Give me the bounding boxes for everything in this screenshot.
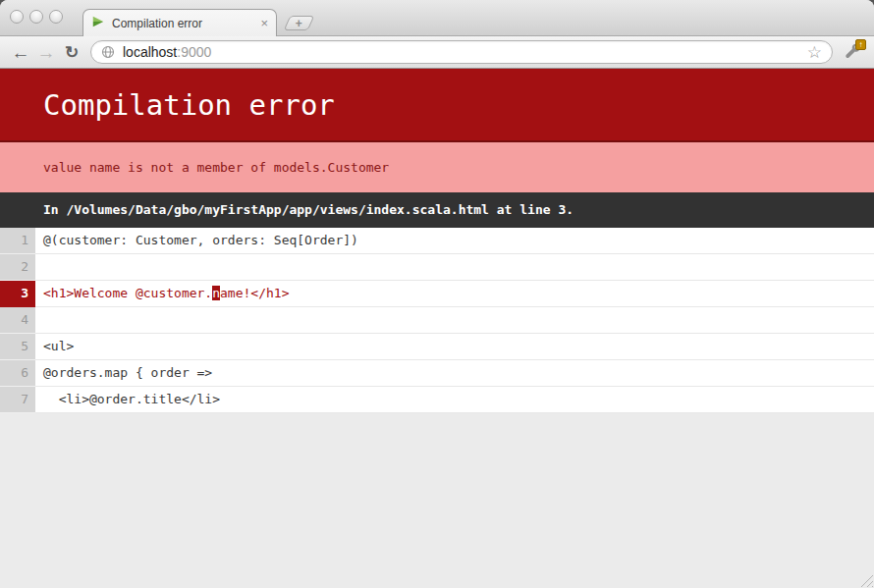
code-line: 5 <ul> bbox=[0, 334, 874, 360]
error-location: In /Volumes/Data/gbo/myFirstApp/app/view… bbox=[0, 192, 874, 228]
browser-toolbar: ← → ↻ localhost:9000 ☆ ↑ bbox=[0, 36, 874, 69]
error-marker: n bbox=[212, 286, 220, 300]
line-text: @orders.map { order => bbox=[35, 360, 212, 386]
play-framework-favicon-icon bbox=[91, 15, 105, 32]
line-text-pre: <h1>Welcome @customer. bbox=[43, 286, 212, 300]
line-text bbox=[35, 307, 43, 333]
window-close-button[interactable] bbox=[10, 10, 24, 24]
error-message: value name is not a member of models.Cus… bbox=[0, 142, 874, 192]
browser-window: Compilation error × + ← → ↻ localhost:90… bbox=[0, 0, 874, 588]
line-text: <h1>Welcome @customer.name!</h1> bbox=[35, 281, 289, 306]
address-bar[interactable]: localhost:9000 ☆ bbox=[90, 40, 833, 64]
forward-button[interactable]: → bbox=[33, 43, 59, 62]
window-zoom-button[interactable] bbox=[49, 10, 63, 24]
line-number: 7 bbox=[0, 387, 35, 413]
browser-tab[interactable]: Compilation error × bbox=[82, 9, 277, 36]
new-tab-button[interactable]: + bbox=[284, 16, 315, 30]
back-button[interactable]: ← bbox=[8, 43, 33, 62]
url-host: localhost bbox=[123, 44, 177, 60]
code-listing: 1 @(customer: Customer, orders: Seq[Orde… bbox=[0, 228, 874, 413]
error-page: Compilation error value name is not a me… bbox=[0, 69, 874, 413]
code-line: 7 <li>@order.title</li> bbox=[0, 387, 874, 413]
line-text bbox=[35, 254, 43, 280]
page-title: Compilation error bbox=[0, 69, 874, 142]
window-minimize-button[interactable] bbox=[29, 10, 43, 24]
line-number: 2 bbox=[0, 254, 35, 281]
wrench-menu-icon[interactable]: ↑ bbox=[839, 40, 866, 64]
globe-icon bbox=[101, 45, 115, 59]
line-text: <ul> bbox=[35, 334, 74, 359]
code-line: 2 bbox=[0, 254, 874, 281]
line-text: @(customer: Customer, orders: Seq[Order]… bbox=[35, 228, 358, 253]
plus-icon: + bbox=[296, 18, 302, 29]
reload-button[interactable]: ↻ bbox=[59, 44, 84, 61]
tab-close-icon[interactable]: × bbox=[260, 17, 268, 29]
code-line: 6 @orders.map { order => bbox=[0, 360, 874, 387]
line-text-post: ame!</h1> bbox=[220, 286, 289, 300]
code-line-error: 3 <h1>Welcome @customer.name!</h1> bbox=[0, 281, 874, 307]
code-line: 1 @(customer: Customer, orders: Seq[Orde… bbox=[0, 228, 874, 254]
line-text: <li>@order.title</li> bbox=[35, 387, 220, 412]
line-number: 4 bbox=[0, 307, 35, 334]
code-line: 4 bbox=[0, 307, 874, 334]
url-port: :9000 bbox=[177, 44, 211, 60]
window-titlebar: Compilation error × + bbox=[0, 0, 874, 36]
line-number: 1 bbox=[0, 228, 35, 254]
window-controls bbox=[10, 10, 63, 24]
update-badge-icon: ↑ bbox=[855, 39, 866, 50]
line-number: 6 bbox=[0, 360, 35, 387]
bookmark-star-icon[interactable]: ☆ bbox=[807, 44, 822, 61]
tab-title: Compilation error bbox=[112, 17, 253, 30]
url-text: localhost:9000 bbox=[123, 44, 211, 60]
line-number: 3 bbox=[0, 281, 35, 307]
line-number: 5 bbox=[0, 334, 35, 360]
resize-grip-icon[interactable] bbox=[859, 573, 873, 587]
